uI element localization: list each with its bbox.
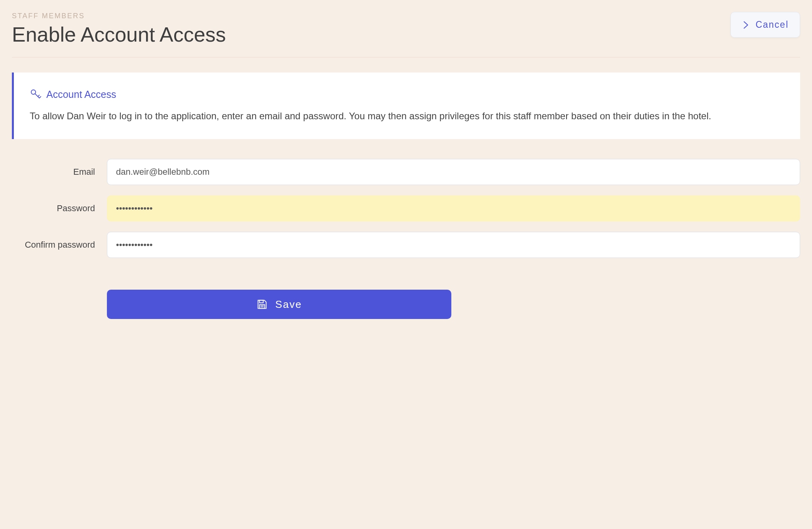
confirm-password-row: Confirm password: [12, 232, 800, 258]
button-row: Save: [12, 290, 800, 319]
password-field[interactable]: [107, 195, 800, 222]
email-label: Email: [12, 167, 107, 177]
confirm-password-label: Confirm password: [12, 240, 107, 250]
header-divider: [12, 57, 800, 57]
key-icon: [30, 88, 42, 100]
save-button[interactable]: Save: [107, 290, 451, 319]
account-access-info-panel: Account Access To allow Dan Weir to log …: [12, 73, 800, 139]
confirm-password-field[interactable]: [107, 232, 800, 258]
svg-rect-5: [260, 305, 265, 308]
page-header: STAFF MEMBERS Enable Account Access Canc…: [12, 12, 800, 46]
svg-line-2: [38, 95, 40, 97]
header-text-block: STAFF MEMBERS Enable Account Access: [12, 12, 730, 46]
info-panel-header: Account Access: [30, 88, 784, 100]
cancel-button-label: Cancel: [755, 19, 789, 30]
svg-rect-4: [260, 300, 263, 303]
info-panel-body: To allow Dan Weir to log in to the appli…: [30, 109, 784, 123]
password-row: Password: [12, 195, 800, 222]
save-button-label: Save: [275, 298, 302, 311]
account-access-form: Email Password Confirm password Save: [12, 159, 800, 319]
breadcrumb: STAFF MEMBERS: [12, 12, 730, 20]
info-panel-title: Account Access: [46, 89, 116, 100]
email-field[interactable]: [107, 159, 800, 185]
svg-line-3: [39, 97, 41, 98]
button-row-spacer: [12, 290, 107, 319]
cancel-button[interactable]: Cancel: [730, 12, 800, 38]
password-label: Password: [12, 203, 107, 214]
chevron-right-icon: [742, 21, 750, 29]
save-icon: [256, 298, 268, 310]
page-title: Enable Account Access: [12, 23, 730, 46]
email-row: Email: [12, 159, 800, 185]
